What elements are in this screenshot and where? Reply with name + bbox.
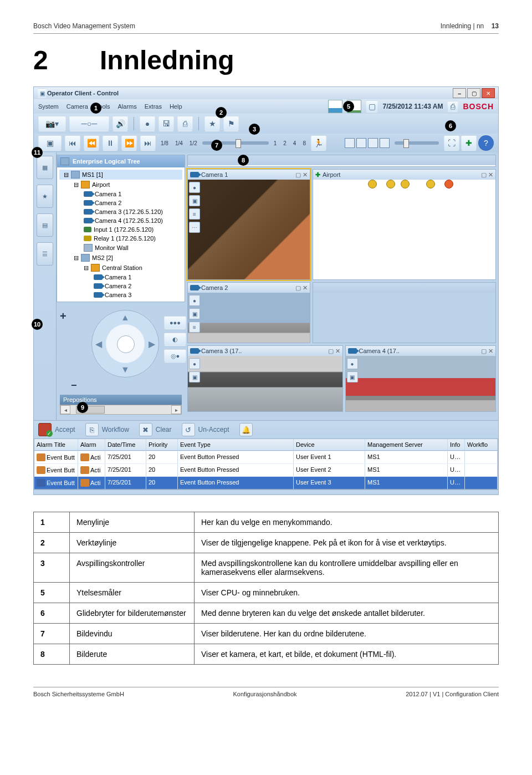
col-alarm-title[interactable]: Alarm Title <box>34 439 78 450</box>
tree-item-ms2[interactable]: ⊟MS2 [2] <box>69 253 182 263</box>
ptz-preset-1[interactable]: ●●● <box>164 316 186 329</box>
tree-item-relay1[interactable]: Relay 1 (172.26.5.120) <box>79 234 182 243</box>
pane-tool-snap[interactable]: ▣ <box>189 371 200 383</box>
pane-tool-audio[interactable]: ≡ <box>189 208 200 220</box>
zoom-in-button[interactable]: + <box>60 310 66 323</box>
bell-icon[interactable]: 🔔 <box>239 423 253 436</box>
tree-item-c3[interactable]: Camera 3 <box>89 290 182 299</box>
menu-camera[interactable]: Camera <box>66 103 88 110</box>
unaccept-button[interactable]: ↺Un-Accept <box>182 423 229 436</box>
audio-icon[interactable]: 🔊 <box>112 116 128 131</box>
pane-max-icon[interactable]: ▢ <box>295 284 301 292</box>
zoom-out-button[interactable]: − <box>71 380 77 391</box>
pane-tool-rec[interactable]: ● <box>347 358 358 369</box>
pane-close-icon[interactable]: ✕ <box>488 171 493 179</box>
brightness-slider[interactable]: ─○─ <box>69 116 109 131</box>
tree-item-camera3[interactable]: Camera 3 (172.26.5.120) <box>79 207 182 216</box>
col-datetime[interactable]: Date/Time <box>105 439 146 450</box>
image-pane-airport-map[interactable]: ✚Airport▢✕ <box>313 169 496 280</box>
col-priority[interactable]: Priority <box>146 439 178 450</box>
image-pane-camera3[interactable]: Camera 3 (17..▢✕ ●▣ <box>187 345 343 412</box>
ptz-preset-3[interactable]: ◎● <box>164 349 186 363</box>
col-device[interactable]: Device <box>294 439 365 450</box>
menu-system[interactable]: System <box>38 103 59 110</box>
maximize-button[interactable]: ▢ <box>467 88 480 98</box>
col-mgmt[interactable]: Management Server <box>365 439 448 450</box>
record-icon[interactable]: ● <box>140 116 155 131</box>
add-pane-icon[interactable]: ✚ <box>461 135 477 151</box>
pane-close-icon[interactable]: ✕ <box>303 171 308 179</box>
ptz-joystick[interactable]: ▲▼▶◀ ●●● ◐ ◎● <box>91 310 159 378</box>
pane-close-icon[interactable]: ✕ <box>303 284 308 292</box>
tree-item-input1[interactable]: Input 1 (172.26.5.120) <box>79 225 182 234</box>
image-pane-camera4[interactable]: Camera 4 (17..▢✕ ●▣ <box>345 345 497 412</box>
pane-close-icon[interactable]: ✕ <box>335 348 340 355</box>
menu-alarms[interactable]: Alarms <box>118 103 137 110</box>
alarm-row[interactable]: Event Butt Acti 7/25/201 20 Event Button… <box>34 451 498 463</box>
rail-tab-list[interactable]: ☰ <box>37 242 53 266</box>
rail-tab-map[interactable]: ▤ <box>37 213 53 237</box>
save-image-icon[interactable]: 🖫 <box>158 116 174 131</box>
monitor-icon[interactable]: ▢ <box>366 100 378 113</box>
close-button[interactable]: ✕ <box>482 88 495 98</box>
pane-tool-audio[interactable]: ≡ <box>189 322 200 333</box>
alarm-row[interactable]: Event Butt Acti 7/25/201 20 Event Button… <box>34 463 498 476</box>
alarm-row[interactable]: Event Butt Acti 7/25/201 20 Event Button… <box>34 476 498 489</box>
tree-item-camera4[interactable]: Camera 4 (172.26.5.120) <box>79 216 182 225</box>
print-icon[interactable]: ⎙ <box>447 101 458 112</box>
layout-3-icon[interactable] <box>368 138 378 148</box>
menu-help[interactable]: Help <box>170 103 182 110</box>
fullscreen-icon[interactable]: ⛶ <box>444 135 459 151</box>
col-info[interactable]: Info <box>448 439 465 450</box>
image-pane-camera1[interactable]: Camera 1▢✕ ●▣≡⋯ <box>187 169 310 280</box>
pane-tool-snap[interactable]: ▣ <box>189 308 200 319</box>
pause-button[interactable]: ⏸ <box>103 135 118 151</box>
minimize-button[interactable]: ‒ <box>453 88 466 98</box>
tree-item-c1[interactable]: Camera 1 <box>89 273 182 282</box>
forward-button[interactable]: ⏩ <box>121 135 137 151</box>
scroll-right-button[interactable]: ▸ <box>171 405 181 414</box>
tree-item-central[interactable]: ⊟Central Station <box>79 263 182 273</box>
pane-tool-rec[interactable]: ● <box>189 295 200 306</box>
pane-max-icon[interactable]: ▢ <box>295 171 301 179</box>
image-pane-camera2[interactable]: Camera 2▢✕ ●▣≡ <box>187 282 310 343</box>
pane-max-icon[interactable]: ▢ <box>481 348 487 355</box>
pane-max-icon[interactable]: ▢ <box>481 171 487 179</box>
scroll-left-button[interactable]: ◂ <box>60 405 70 414</box>
flag-icon[interactable]: ⚑ <box>223 116 239 131</box>
empty-pane[interactable] <box>313 282 496 343</box>
tree-item-airport[interactable]: ⊟Airport <box>69 180 182 190</box>
rewind-start-button[interactable]: ⏮ <box>65 135 80 151</box>
layout-4-icon[interactable] <box>380 138 390 148</box>
pane-max-icon[interactable]: ▢ <box>328 348 334 355</box>
col-workflow[interactable]: Workflo <box>465 439 498 450</box>
col-event[interactable]: Event Type <box>178 439 294 450</box>
layout-1-icon[interactable] <box>345 138 355 148</box>
pane-tool-rec[interactable]: ● <box>189 358 200 369</box>
workflow-button[interactable]: ⎘Workflow <box>85 423 129 436</box>
ptz-preset-2[interactable]: ◐ <box>164 333 186 346</box>
tree-item-monitorwall[interactable]: Monitor Wall <box>79 243 182 253</box>
camera-icon[interactable]: 📷▾ <box>38 116 66 131</box>
pane-close-icon[interactable]: ✕ <box>488 348 493 355</box>
clear-button[interactable]: ✖Clear <box>139 423 172 436</box>
menu-extras[interactable]: Extras <box>145 103 162 110</box>
rail-tab-fav[interactable]: ★ <box>37 185 53 208</box>
layout-slider[interactable] <box>395 141 439 145</box>
playback-mode-button[interactable]: ▣ <box>38 135 62 151</box>
pane-tool-snap[interactable]: ▣ <box>189 195 200 206</box>
tree-item-ms1[interactable]: ⊟MS1 [1] <box>59 170 182 180</box>
rail-tab-tree[interactable]: ▦ <box>37 156 53 179</box>
tree-item-c2[interactable]: Camera 2 <box>89 282 182 290</box>
help-icon[interactable]: ? <box>478 135 494 151</box>
forward-end-button[interactable]: ⏭ <box>140 135 156 151</box>
col-alarm[interactable]: Alarm <box>78 439 105 450</box>
accept-button[interactable]: Accept <box>38 423 75 436</box>
layout-2-icon[interactable] <box>356 138 366 148</box>
pane-tool-snap[interactable]: ▣ <box>347 371 358 383</box>
pane-tool-rec[interactable]: ● <box>189 182 200 193</box>
tree-item-camera1[interactable]: Camera 1 <box>79 190 182 198</box>
print-icon[interactable]: ⎙ <box>177 116 193 131</box>
tree-item-camera2[interactable]: Camera 2 <box>79 198 182 207</box>
star-icon[interactable]: ★ <box>204 116 220 131</box>
